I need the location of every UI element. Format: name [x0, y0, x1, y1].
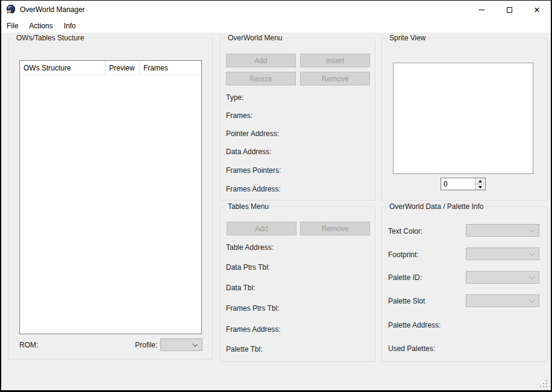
title-bar: OverWorld Manager ✕ [1, 1, 551, 19]
palette-id-combobox[interactable] [466, 271, 539, 284]
column-header-frames[interactable]: Frames [140, 61, 201, 75]
group-title: OverWorld Menu [225, 34, 284, 42]
footprint-label: Footprint: [388, 250, 419, 259]
profile-combobox[interactable] [160, 338, 202, 351]
frames-address-label: Frames Address: [226, 325, 281, 334]
group-palette-info: OverWorld Data / Palette Info Text Color… [381, 207, 548, 362]
app-window: OverWorld Manager ✕ File Actions Info OW… [0, 0, 552, 392]
menu-bar: File Actions Info [1, 19, 551, 33]
maximize-button[interactable] [495, 1, 523, 19]
group-title: Sprite View [387, 34, 428, 42]
group-title: OverWorld Data / Palette Info [387, 202, 486, 211]
group-overworld-menu: OverWorld Menu Add Insert Resize Remove … [220, 38, 375, 201]
arrow-down-icon [478, 186, 482, 188]
minimize-icon [478, 10, 485, 10]
spinner-up-button[interactable] [475, 178, 485, 184]
palette-id-label: Palette ID: [388, 273, 422, 282]
ow-add-button[interactable]: Add [226, 54, 296, 67]
ow-insert-button[interactable]: Insert [300, 54, 370, 67]
resize-grip[interactable] [539, 380, 547, 388]
app-icon [6, 5, 16, 14]
menu-file[interactable]: File [1, 20, 24, 32]
chevron-down-icon [529, 274, 535, 279]
menu-actions[interactable]: Actions [24, 20, 58, 32]
chevron-down-icon [529, 297, 535, 303]
close-icon: ✕ [534, 6, 541, 14]
frames-address-label: Frames Address: [226, 185, 281, 193]
frame-spinner[interactable]: 0 [441, 178, 486, 190]
menu-info[interactable]: Info [58, 20, 81, 32]
arrow-up-icon [478, 180, 482, 182]
chevron-down-icon [192, 341, 198, 347]
maximize-icon [507, 7, 512, 13]
group-sprite-view: Sprite View 0 [381, 38, 548, 201]
text-color-combobox[interactable] [466, 224, 539, 237]
table-add-button[interactable]: Add [227, 222, 296, 235]
footprint-combobox-value [466, 246, 474, 258]
list-body[interactable] [20, 75, 201, 334]
minimize-button[interactable] [468, 1, 495, 19]
palette-address-label: Palette Address: [388, 321, 441, 329]
close-button[interactable]: ✕ [523, 1, 551, 19]
group-tables-menu: Tables Menu Add Remove Table Address: Da… [220, 207, 375, 362]
palette-slot-label: Palette Slot [388, 297, 425, 305]
data-tbl-label: Data Tbl: [226, 284, 255, 292]
palette-slot-combobox[interactable] [466, 294, 539, 307]
frames-ptrs-tbl-label: Frames Ptrs Tbl: [226, 304, 279, 313]
list-header: OWs Structure Preview Frames [20, 61, 201, 75]
chevron-down-icon [529, 227, 535, 232]
spinner-down-button[interactable] [475, 184, 485, 190]
ows-structure-list[interactable]: OWs Structure Preview Frames [19, 60, 202, 334]
palette-slot-combobox-value [466, 293, 474, 305]
pointer-address-label: Pointer Address: [226, 129, 279, 138]
frame-spinner-value: 0 [441, 178, 475, 190]
text-color-label: Text Color: [388, 227, 422, 235]
chevron-down-icon [529, 250, 535, 256]
palette-tbl-label: Palette Tbl: [226, 345, 262, 353]
palette-id-combobox-value [466, 270, 474, 282]
column-header-ows-structure[interactable]: OWs Structure [20, 61, 105, 75]
window-title: OverWorld Manager [20, 5, 85, 14]
table-remove-button[interactable]: Remove [300, 222, 370, 235]
rom-label: ROM: [19, 341, 38, 349]
profile-label: Profile: [135, 341, 157, 349]
frames-label: Frames: [226, 111, 252, 120]
group-ows-tables-structure: OWs/Tables Stucture OWs Structure Previe… [8, 38, 213, 359]
ow-remove-button[interactable]: Remove [300, 72, 370, 86]
ow-resize-button[interactable]: Resize [226, 72, 296, 86]
frames-pointers-label: Frames Pointers: [226, 166, 281, 175]
table-address-label: Table Address: [226, 243, 274, 252]
column-header-preview[interactable]: Preview [105, 61, 140, 75]
footprint-combobox[interactable] [466, 247, 539, 260]
type-label: Type: [226, 93, 243, 102]
group-title: OWs/Tables Stucture [14, 34, 87, 42]
used-palettes-label: Used Palettes: [388, 344, 435, 353]
text-color-combobox-value [466, 223, 474, 235]
sprite-picturebox [393, 63, 533, 174]
data-ptrs-tbl-label: Data Ptrs Tbl: [226, 263, 270, 272]
data-address-label: Data Address: [226, 148, 271, 156]
profile-combobox-value [161, 337, 168, 349]
group-title: Tables Menu [225, 202, 271, 211]
